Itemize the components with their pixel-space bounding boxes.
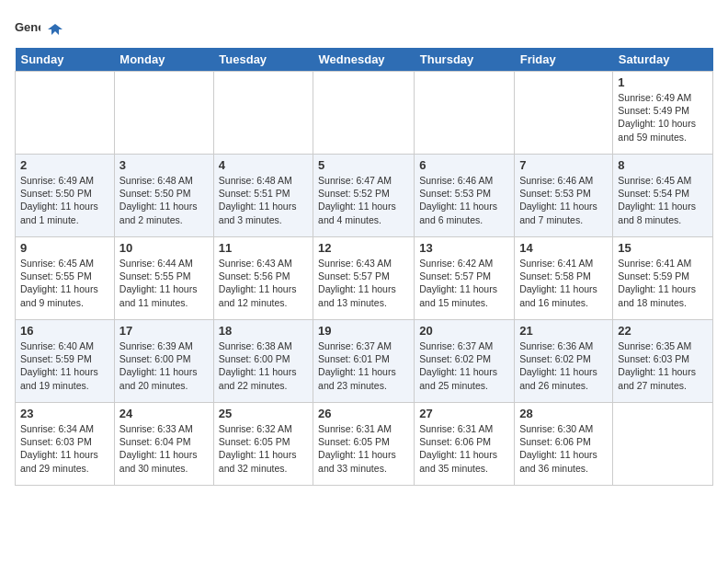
date-number: 21 (519, 324, 608, 338)
calendar-cell: 14Sunrise: 6:41 AM Sunset: 5:58 PM Dayli… (515, 237, 613, 320)
cell-content: Sunrise: 6:35 AM Sunset: 6:03 PM Dayligh… (618, 339, 708, 392)
calendar-week-3: 9Sunrise: 6:45 AM Sunset: 5:55 PM Daylig… (16, 237, 713, 320)
calendar-cell (415, 72, 515, 155)
calendar-cell: 15Sunrise: 6:41 AM Sunset: 5:59 PM Dayli… (613, 237, 713, 320)
date-number: 11 (219, 241, 308, 255)
day-header-thursday: Thursday (415, 48, 515, 72)
calendar-cell: 8Sunrise: 6:45 AM Sunset: 5:54 PM Daylig… (613, 155, 713, 237)
date-number: 26 (318, 407, 409, 420)
date-number: 4 (219, 158, 308, 172)
date-number: 23 (20, 407, 109, 420)
date-number: 17 (119, 324, 209, 338)
calendar-cell: 28Sunrise: 6:30 AM Sunset: 6:06 PM Dayli… (515, 403, 613, 486)
date-number: 3 (119, 158, 209, 172)
date-number: 8 (618, 158, 708, 172)
calendar-cell (313, 72, 415, 155)
calendar-cell (613, 403, 713, 486)
cell-content: Sunrise: 6:48 AM Sunset: 5:50 PM Dayligh… (119, 174, 209, 226)
date-number: 22 (618, 324, 708, 338)
cell-content: Sunrise: 6:43 AM Sunset: 5:56 PM Dayligh… (219, 257, 308, 309)
day-header-monday: Monday (114, 48, 213, 72)
cell-content: Sunrise: 6:41 AM Sunset: 5:59 PM Dayligh… (618, 257, 708, 309)
svg-marker-1 (48, 24, 63, 35)
logo-icon: General (15, 15, 40, 40)
cell-content: Sunrise: 6:48 AM Sunset: 5:51 PM Dayligh… (219, 174, 308, 226)
date-number: 15 (618, 241, 708, 255)
date-number: 6 (419, 158, 509, 172)
calendar-cell: 11Sunrise: 6:43 AM Sunset: 5:56 PM Dayli… (213, 237, 313, 320)
cell-content: Sunrise: 6:32 AM Sunset: 6:05 PM Dayligh… (219, 422, 308, 475)
calendar-cell (114, 72, 213, 155)
calendar-cell: 22Sunrise: 6:35 AM Sunset: 6:03 PM Dayli… (613, 320, 713, 403)
cell-content: Sunrise: 6:33 AM Sunset: 6:04 PM Dayligh… (119, 422, 209, 475)
calendar-week-4: 16Sunrise: 6:40 AM Sunset: 5:59 PM Dayli… (16, 320, 713, 403)
calendar-week-2: 2Sunrise: 6:49 AM Sunset: 5:50 PM Daylig… (16, 155, 713, 237)
cell-content: Sunrise: 6:44 AM Sunset: 5:55 PM Dayligh… (119, 257, 209, 309)
calendar-cell: 19Sunrise: 6:37 AM Sunset: 6:01 PM Dayli… (313, 320, 415, 403)
cell-content: Sunrise: 6:42 AM Sunset: 5:57 PM Dayligh… (419, 257, 509, 309)
date-number: 25 (219, 407, 308, 420)
cell-content: Sunrise: 6:31 AM Sunset: 6:05 PM Dayligh… (318, 422, 409, 475)
cell-content: Sunrise: 6:45 AM Sunset: 5:54 PM Dayligh… (618, 174, 708, 226)
date-number: 14 (519, 241, 608, 255)
date-number: 19 (318, 324, 409, 338)
calendar-cell: 26Sunrise: 6:31 AM Sunset: 6:05 PM Dayli… (313, 403, 415, 486)
date-number: 5 (318, 158, 409, 172)
cell-content: Sunrise: 6:36 AM Sunset: 6:02 PM Dayligh… (519, 339, 608, 392)
date-number: 10 (119, 241, 209, 255)
cell-content: Sunrise: 6:46 AM Sunset: 5:53 PM Dayligh… (419, 174, 509, 226)
date-number: 28 (519, 407, 608, 420)
calendar-cell: 20Sunrise: 6:37 AM Sunset: 6:02 PM Dayli… (415, 320, 515, 403)
logo: General (15, 15, 64, 40)
calendar-week-1: 1Sunrise: 6:49 AM Sunset: 5:49 PM Daylig… (16, 72, 713, 155)
date-number: 16 (20, 324, 109, 338)
logo-bird-icon (46, 20, 64, 39)
cell-content: Sunrise: 6:30 AM Sunset: 6:06 PM Dayligh… (519, 422, 608, 475)
calendar-cell: 4Sunrise: 6:48 AM Sunset: 5:51 PM Daylig… (213, 155, 313, 237)
date-number: 24 (119, 407, 209, 420)
calendar-table: SundayMondayTuesdayWednesdayThursdayFrid… (15, 48, 713, 486)
calendar-week-5: 23Sunrise: 6:34 AM Sunset: 6:03 PM Dayli… (16, 403, 713, 486)
calendar-cell: 2Sunrise: 6:49 AM Sunset: 5:50 PM Daylig… (16, 155, 115, 237)
calendar-cell: 17Sunrise: 6:39 AM Sunset: 6:00 PM Dayli… (114, 320, 213, 403)
day-header-sunday: Sunday (16, 48, 115, 72)
date-number: 9 (20, 241, 109, 255)
cell-content: Sunrise: 6:37 AM Sunset: 6:01 PM Dayligh… (318, 339, 409, 392)
calendar-cell: 13Sunrise: 6:42 AM Sunset: 5:57 PM Dayli… (415, 237, 515, 320)
cell-content: Sunrise: 6:43 AM Sunset: 5:57 PM Dayligh… (318, 257, 409, 309)
calendar-cell: 6Sunrise: 6:46 AM Sunset: 5:53 PM Daylig… (415, 155, 515, 237)
svg-text:General: General (15, 20, 40, 34)
calendar-cell: 18Sunrise: 6:38 AM Sunset: 6:00 PM Dayli… (213, 320, 313, 403)
day-header-wednesday: Wednesday (313, 48, 415, 72)
calendar-cell: 9Sunrise: 6:45 AM Sunset: 5:55 PM Daylig… (16, 237, 115, 320)
calendar-cell: 27Sunrise: 6:31 AM Sunset: 6:06 PM Dayli… (415, 403, 515, 486)
calendar-cell: 24Sunrise: 6:33 AM Sunset: 6:04 PM Dayli… (114, 403, 213, 486)
cell-content: Sunrise: 6:39 AM Sunset: 6:00 PM Dayligh… (119, 339, 209, 392)
calendar-cell: 5Sunrise: 6:47 AM Sunset: 5:52 PM Daylig… (313, 155, 415, 237)
calendar-cell: 21Sunrise: 6:36 AM Sunset: 6:02 PM Dayli… (515, 320, 613, 403)
date-number: 20 (419, 324, 509, 338)
calendar-cell (16, 72, 115, 155)
day-header-tuesday: Tuesday (213, 48, 313, 72)
day-header-friday: Friday (515, 48, 613, 72)
calendar-cell: 12Sunrise: 6:43 AM Sunset: 5:57 PM Dayli… (313, 237, 415, 320)
cell-content: Sunrise: 6:49 AM Sunset: 5:50 PM Dayligh… (20, 174, 109, 226)
date-number: 12 (318, 241, 409, 255)
cell-content: Sunrise: 6:31 AM Sunset: 6:06 PM Dayligh… (419, 422, 509, 475)
cell-content: Sunrise: 6:37 AM Sunset: 6:02 PM Dayligh… (419, 339, 509, 392)
calendar-cell: 16Sunrise: 6:40 AM Sunset: 5:59 PM Dayli… (16, 320, 115, 403)
cell-content: Sunrise: 6:34 AM Sunset: 6:03 PM Dayligh… (20, 422, 109, 475)
cell-content: Sunrise: 6:38 AM Sunset: 6:00 PM Dayligh… (219, 339, 308, 392)
date-number: 2 (20, 158, 109, 172)
calendar-header-row: SundayMondayTuesdayWednesdayThursdayFrid… (16, 48, 713, 72)
date-number: 13 (419, 241, 509, 255)
calendar-cell: 3Sunrise: 6:48 AM Sunset: 5:50 PM Daylig… (114, 155, 213, 237)
cell-content: Sunrise: 6:40 AM Sunset: 5:59 PM Dayligh… (20, 339, 109, 392)
cell-content: Sunrise: 6:45 AM Sunset: 5:55 PM Dayligh… (20, 257, 109, 309)
calendar-cell (213, 72, 313, 155)
calendar-cell: 7Sunrise: 6:46 AM Sunset: 5:53 PM Daylig… (515, 155, 613, 237)
calendar-cell: 10Sunrise: 6:44 AM Sunset: 5:55 PM Dayli… (114, 237, 213, 320)
cell-content: Sunrise: 6:49 AM Sunset: 5:49 PM Dayligh… (618, 91, 708, 144)
calendar-cell: 25Sunrise: 6:32 AM Sunset: 6:05 PM Dayli… (213, 403, 313, 486)
cell-content: Sunrise: 6:41 AM Sunset: 5:58 PM Dayligh… (519, 257, 608, 309)
